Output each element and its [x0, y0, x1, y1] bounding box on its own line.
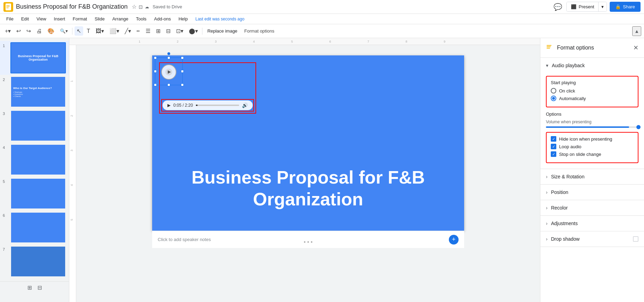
- menu-tools[interactable]: Tools: [132, 15, 150, 23]
- add-note-button[interactable]: +: [449, 235, 459, 245]
- slide-canvas[interactable]: ▶ 0:05 / 2:20 🔊: [76, 45, 540, 302]
- format-panel-close-btn[interactable]: ✕: [633, 44, 638, 52]
- toolbar-textbox-btn[interactable]: T: [85, 27, 92, 36]
- last-edit-status: Last edit was seconds ago: [192, 15, 248, 23]
- format-panel: Format options ✕ ▾ Audio playback Start …: [540, 38, 644, 302]
- radio-circle-on-click: [551, 88, 556, 94]
- size-rotation-chevron: ›: [546, 174, 548, 179]
- toolbar-align-btn[interactable]: ☰: [143, 26, 153, 36]
- svg-rect-22: [547, 45, 551, 46]
- checkbox-loop-audio-label: Loop audio: [559, 144, 581, 149]
- slide-bg-7: [11, 247, 65, 276]
- menu-slide[interactable]: Slide: [91, 15, 108, 23]
- toolbar-valign-btn[interactable]: ⊞: [154, 26, 163, 36]
- svg-text:8: 8: [406, 40, 407, 43]
- menu-file[interactable]: File: [3, 15, 17, 23]
- toolbar-add-btn[interactable]: +▾: [3, 26, 13, 36]
- toolbar-shape-btn[interactable]: ⬜▾: [107, 26, 121, 36]
- slide-thumb-1[interactable]: 1 Business Proposal for F&B Organization: [0, 41, 69, 75]
- toolbar-line-btn[interactable]: ╱▾: [123, 26, 133, 36]
- slide-thumb-2[interactable]: 2 Who is Our Target Audience? • Startups…: [0, 75, 69, 109]
- menu-edit[interactable]: Edit: [18, 15, 32, 23]
- present-dropdown-button[interactable]: ▾: [598, 2, 607, 11]
- toolbar-paintformat-btn[interactable]: 🎨: [45, 26, 56, 36]
- radio-automatically[interactable]: Automatically: [551, 96, 634, 101]
- monitor-icon: ⬛: [571, 4, 576, 9]
- adjustments-chevron: ›: [546, 221, 548, 226]
- toolbar-redo-btn[interactable]: ↪: [24, 26, 33, 36]
- slide-num-4: 4: [3, 145, 8, 150]
- progress-bar[interactable]: [196, 105, 239, 106]
- recolor-section[interactable]: › Recolor: [540, 200, 644, 216]
- slide-bg-6: [11, 213, 65, 242]
- drop-shadow-checkbox[interactable]: [633, 236, 638, 242]
- radio-on-click[interactable]: On click: [551, 88, 634, 94]
- format-options-btn[interactable]: Format options: [242, 27, 277, 35]
- slide-thumb-7[interactable]: 7: [0, 245, 69, 278]
- drop-shadow-section[interactable]: › Drop shadow: [540, 231, 644, 247]
- slide-num-1: 1: [3, 44, 8, 48]
- speaker-notes[interactable]: Click to add speaker notes • • • +: [152, 231, 464, 248]
- menu-view[interactable]: View: [33, 15, 50, 23]
- volume-label: Volume when presenting: [546, 119, 638, 124]
- size-rotation-label: Size & Rotation: [551, 174, 585, 179]
- recolor-label: Recolor: [551, 205, 568, 211]
- menu-help[interactable]: Help: [175, 15, 191, 23]
- progress-fill: [196, 105, 198, 106]
- toolbar-zoom-btn[interactable]: 🔍▾: [58, 27, 70, 35]
- title-icons: ☆ ⊡ ☁ Saved to Drive: [132, 3, 182, 10]
- slide-thumb-5[interactable]: 5: [0, 177, 69, 211]
- star-icon[interactable]: ☆: [132, 3, 137, 10]
- toolbar-image-btn[interactable]: 🖼▾: [94, 26, 106, 36]
- play-button[interactable]: ▶: [167, 103, 171, 108]
- toolbar-mask-btn[interactable]: ⬤▾: [187, 26, 200, 36]
- checkbox-stop-slide[interactable]: Stop on slide change: [551, 151, 634, 157]
- volume-icon[interactable]: 🔊: [242, 103, 248, 108]
- svg-text:3: 3: [215, 40, 217, 43]
- app-logo: [3, 2, 13, 12]
- toolbar-collapse-btn[interactable]: ▲: [632, 26, 641, 36]
- toolbar-slide-btn[interactable]: ⊟: [164, 26, 173, 36]
- svg-text:9: 9: [444, 40, 445, 43]
- slide-thumb-3[interactable]: 3: [0, 109, 69, 143]
- comment-button[interactable]: 💬: [552, 1, 564, 12]
- add-note-icon[interactable]: +: [449, 235, 459, 245]
- audio-icon[interactable]: [161, 64, 176, 80]
- share-button[interactable]: 🔒 Share: [610, 2, 641, 12]
- menu-arrange[interactable]: Arrange: [109, 15, 132, 23]
- replace-image-btn[interactable]: Replace image: [204, 27, 240, 35]
- toolbar-cursor-btn[interactable]: ↖: [75, 26, 83, 36]
- checkbox-loop-audio[interactable]: Loop audio: [551, 144, 634, 149]
- svg-rect-24: [547, 48, 550, 48]
- slide-num-3: 3: [3, 112, 8, 116]
- slide-main[interactable]: ▶ 0:05 / 2:20 🔊: [152, 55, 464, 231]
- toolbar-print-btn[interactable]: 🖨: [34, 27, 44, 36]
- toolbar-comment-btn[interactable]: ✏: [134, 27, 142, 35]
- svg-text:7: 7: [367, 40, 369, 43]
- size-rotation-section[interactable]: › Size & Rotation: [540, 169, 644, 185]
- list-view-btn[interactable]: ⊟: [37, 284, 42, 291]
- toolbar-divider-2: [202, 28, 202, 35]
- svg-text:6: 6: [329, 40, 331, 43]
- folder-icon[interactable]: ⊡: [139, 4, 143, 10]
- checkbox-hide-icon[interactable]: Hide icon when presenting: [551, 136, 634, 142]
- present-main-button[interactable]: ⬛ Present: [567, 2, 598, 11]
- slide-thumb-4[interactable]: 4: [0, 143, 69, 177]
- position-chevron: ›: [546, 189, 548, 195]
- position-section[interactable]: › Position: [540, 185, 644, 200]
- save-status: Saved to Drive: [153, 4, 182, 9]
- audio-playback-header[interactable]: ▾ Audio playback: [540, 58, 644, 73]
- document-title[interactable]: Business Proposal for F&B Organization: [16, 3, 128, 10]
- toolbar-crop-btn[interactable]: ⊡▾: [174, 26, 185, 36]
- radio-label-on-click: On click: [559, 88, 575, 94]
- toolbar-undo-btn[interactable]: ↩: [14, 26, 23, 36]
- adjustments-section[interactable]: › Adjustments: [540, 216, 644, 231]
- notes-dots: • • •: [304, 239, 313, 245]
- grid-view-btn[interactable]: ⊞: [27, 284, 32, 291]
- menu-format[interactable]: Format: [69, 15, 90, 23]
- menu-insert[interactable]: Insert: [50, 15, 69, 23]
- slide-thumb-6[interactable]: 6: [0, 211, 69, 245]
- menu-addons[interactable]: Add-ons: [151, 15, 174, 23]
- time-display: 0:05 / 2:20: [173, 103, 193, 108]
- volume-slider[interactable]: [546, 126, 638, 128]
